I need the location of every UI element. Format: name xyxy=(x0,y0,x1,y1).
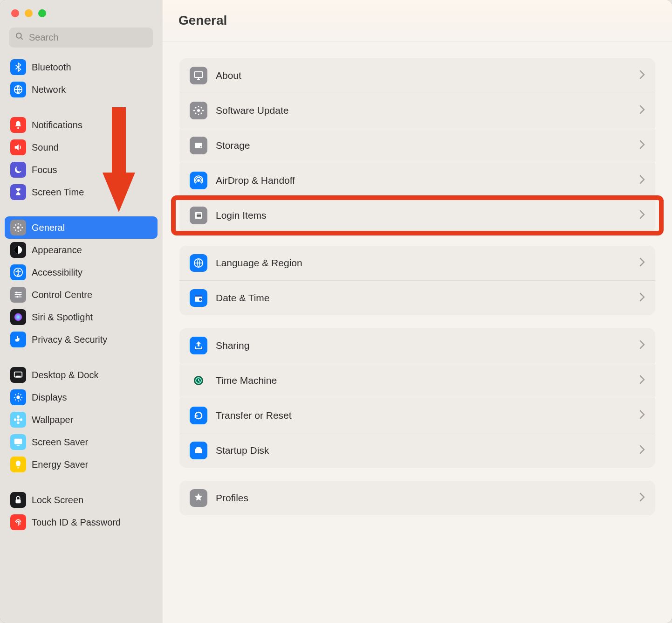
chevron-right-icon xyxy=(639,375,645,386)
sidebar-item-label: Sound xyxy=(32,142,59,153)
sidebar-item-label: Privacy & Security xyxy=(32,334,107,345)
sidebar-item-control-centre[interactable]: Control Centre xyxy=(5,284,158,306)
chevron-right-icon xyxy=(639,140,645,151)
sidebar-item-sound[interactable]: Sound xyxy=(5,136,158,159)
sidebar-item-label: Siri & Spotlight xyxy=(32,312,93,323)
sidebar-item-focus[interactable]: Focus xyxy=(5,159,158,181)
sidebar-item-privacy-security[interactable]: Privacy & Security xyxy=(5,328,158,351)
chevron-right-icon xyxy=(639,210,645,221)
sidebar-item-general[interactable]: General xyxy=(5,216,158,239)
sidebar-item-appearance[interactable]: Appearance xyxy=(5,239,158,261)
sidebar-item-label: Screen Saver xyxy=(32,437,88,448)
sidebar-item-wallpaper[interactable]: Wallpaper xyxy=(5,408,158,431)
bell-icon xyxy=(10,117,26,133)
row-sharing[interactable]: Sharing xyxy=(179,328,655,363)
sidebar-item-desktop-dock[interactable]: Desktop & Dock xyxy=(5,364,158,386)
sidebar-item-label: General xyxy=(32,222,65,233)
svg-line-20 xyxy=(21,400,21,401)
sidebar-item-screen-time[interactable]: Screen Time xyxy=(5,181,158,203)
sidebar: BluetoothNetworkNotificationsSoundFocusS… xyxy=(0,0,162,623)
row-label: Login Items xyxy=(216,210,631,221)
row-transfer-or-reset[interactable]: Transfer or Reset xyxy=(179,398,655,433)
svg-point-14 xyxy=(16,395,20,399)
svg-point-33 xyxy=(200,146,202,148)
chevron-right-icon xyxy=(639,105,645,116)
sidebar-list: BluetoothNetworkNotificationsSoundFocusS… xyxy=(0,56,162,533)
row-software-update[interactable]: Software Update xyxy=(179,93,655,128)
svg-point-0 xyxy=(16,33,21,38)
svg-point-10 xyxy=(16,296,18,298)
chevron-right-icon xyxy=(639,445,645,456)
settings-group: Profiles xyxy=(179,481,655,515)
svg-point-9 xyxy=(19,294,21,296)
main-pane: General AboutSoftware UpdateStorageAirDr… xyxy=(162,0,672,623)
sidebar-item-accessibility[interactable]: Accessibility xyxy=(5,261,158,284)
sidebar-item-network[interactable]: Network xyxy=(5,78,158,101)
row-storage[interactable]: Storage xyxy=(179,128,655,163)
sidebar-item-energy-saver[interactable]: Energy Saver xyxy=(5,453,158,476)
calendar-icon xyxy=(190,289,207,307)
svg-rect-46 xyxy=(196,447,201,450)
settings-group: AboutSoftware UpdateStorageAirDrop & Han… xyxy=(179,58,655,233)
row-label: Profiles xyxy=(216,492,631,504)
row-startup-disk[interactable]: Startup Disk xyxy=(179,433,655,468)
hourglass-icon xyxy=(10,184,26,200)
chevron-right-icon xyxy=(639,175,645,186)
svg-point-34 xyxy=(197,179,200,182)
svg-point-8 xyxy=(16,292,18,294)
row-profiles[interactable]: Profiles xyxy=(179,481,655,515)
svg-rect-28 xyxy=(14,439,22,444)
sidebar-item-notifications[interactable]: Notifications xyxy=(5,114,158,136)
sun-icon xyxy=(10,389,26,405)
row-time-machine[interactable]: Time Machine xyxy=(179,363,655,398)
hand-icon xyxy=(10,332,26,347)
sidebar-item-siri-spotlight[interactable]: Siri & Spotlight xyxy=(5,306,158,328)
sidebar-item-bluetooth[interactable]: Bluetooth xyxy=(5,56,158,78)
accessibility-icon xyxy=(10,264,26,280)
sidebar-item-touch-id-password[interactable]: Touch ID & Password xyxy=(5,511,158,533)
startup-icon xyxy=(190,442,207,459)
profile-icon xyxy=(190,489,207,507)
svg-rect-30 xyxy=(194,72,203,77)
content: AboutSoftware UpdateStorageAirDrop & Han… xyxy=(163,42,672,545)
svg-point-4 xyxy=(17,226,20,229)
header: General xyxy=(163,0,672,42)
sidebar-item-displays[interactable]: Displays xyxy=(5,386,158,408)
row-label: Time Machine xyxy=(216,375,631,386)
row-label: Language & Region xyxy=(216,257,631,269)
sidebar-item-lock-screen[interactable]: Lock Screen xyxy=(5,489,158,511)
row-label: AirDrop & Handoff xyxy=(216,175,631,186)
row-date-time[interactable]: Date & Time xyxy=(179,280,655,315)
row-language-region[interactable]: Language & Region xyxy=(179,246,655,280)
chevron-right-icon xyxy=(639,292,645,304)
svg-line-21 xyxy=(21,395,21,395)
settings-window: BluetoothNetworkNotificationsSoundFocusS… xyxy=(0,0,672,623)
lock-icon xyxy=(10,492,26,508)
bluetooth-icon xyxy=(10,59,26,75)
zoom-button[interactable] xyxy=(38,9,46,17)
chevron-right-icon xyxy=(639,340,645,351)
page-title: General xyxy=(178,13,656,28)
window-controls xyxy=(0,9,162,28)
flower-icon xyxy=(10,412,26,428)
svg-point-25 xyxy=(17,422,20,424)
search-input[interactable] xyxy=(29,32,147,43)
sidebar-item-label: Control Centre xyxy=(32,290,92,300)
row-login-items[interactable]: Login Items xyxy=(179,198,655,233)
svg-line-1 xyxy=(21,38,23,40)
sidebar-item-screen-saver[interactable]: Screen Saver xyxy=(5,431,158,453)
close-button[interactable] xyxy=(11,9,19,17)
row-label: Startup Disk xyxy=(216,445,631,456)
chevron-right-icon xyxy=(639,410,645,421)
svg-rect-32 xyxy=(195,143,202,148)
moon-icon xyxy=(10,162,26,178)
disk-icon xyxy=(190,137,207,154)
minimize-button[interactable] xyxy=(25,9,33,17)
svg-rect-13 xyxy=(16,376,21,378)
svg-rect-41 xyxy=(195,295,202,297)
row-about[interactable]: About xyxy=(179,58,655,93)
svg-point-26 xyxy=(14,418,16,421)
search-field[interactable] xyxy=(9,28,153,48)
row-airdrop-handoff[interactable]: AirDrop & Handoff xyxy=(179,163,655,198)
svg-line-19 xyxy=(15,395,16,395)
